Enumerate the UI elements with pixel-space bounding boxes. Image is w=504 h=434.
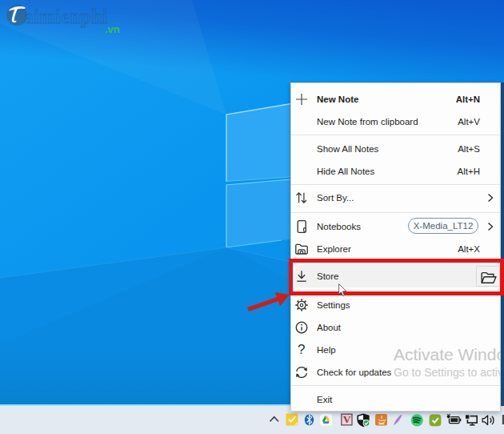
svg-text:V: V xyxy=(343,413,351,425)
